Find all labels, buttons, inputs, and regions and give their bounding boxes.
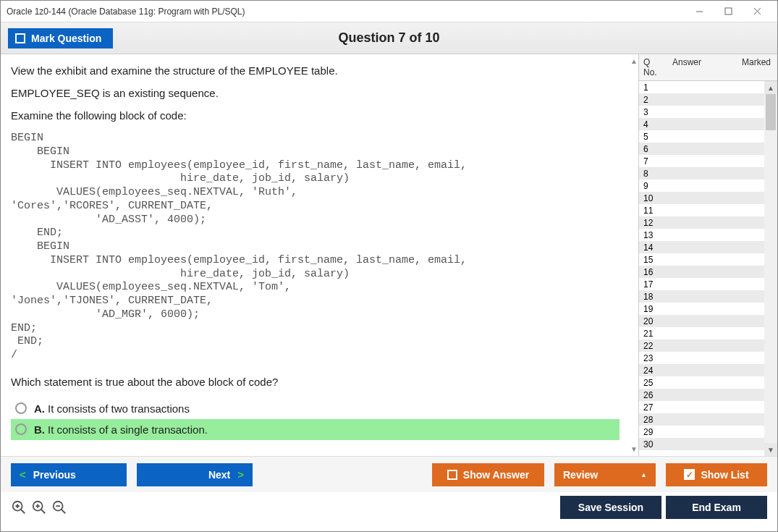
svg-line-14 (62, 510, 66, 514)
question-list-row[interactable]: 6 (639, 143, 764, 155)
question-list-row[interactable]: 7 (639, 155, 764, 167)
show-list-label: Show List (701, 469, 748, 481)
question-list-row[interactable]: 11 (639, 204, 764, 216)
row-qno: 17 (639, 279, 668, 290)
checkbox-icon (447, 470, 457, 480)
previous-button[interactable]: < Previous (11, 463, 127, 486)
row-qno: 15 (639, 255, 668, 265)
question-list-row[interactable]: 2 (639, 93, 764, 106)
row-qno: 18 (639, 292, 668, 302)
question-list-row[interactable]: 5 (639, 130, 764, 143)
save-session-button[interactable]: Save Session (560, 496, 661, 519)
end-exam-button[interactable]: End Exam (666, 496, 767, 519)
question-list-row[interactable]: 9 (639, 180, 764, 192)
review-button[interactable]: Review ▲ (554, 463, 656, 486)
radio-icon (15, 423, 27, 435)
row-qno: 2 (639, 95, 668, 105)
show-answer-label: Show Answer (463, 469, 529, 481)
scroll-up-icon[interactable]: ▲ (764, 81, 777, 94)
question-list-row[interactable]: 20 (639, 315, 764, 327)
question-list-row[interactable]: 28 (639, 413, 764, 426)
row-qno: 29 (639, 427, 668, 437)
question-list-row[interactable]: 24 (639, 364, 764, 376)
question-list-row[interactable]: 23 (639, 352, 764, 364)
question-list-row[interactable]: 17 (639, 278, 764, 290)
question-list-row[interactable]: 8 (639, 167, 764, 180)
mark-label: Mark Question (31, 33, 101, 44)
row-qno: 11 (639, 206, 668, 216)
content-scroll-indicator[interactable]: ▲ ▼ (630, 54, 638, 456)
question-list: 1234567891011121314151617181920212223242… (639, 81, 764, 456)
next-button[interactable]: Next > (137, 463, 253, 486)
row-qno: 23 (639, 353, 668, 363)
zoom-in-button[interactable] (31, 499, 47, 515)
chevron-right-icon: > (237, 468, 244, 481)
question-list-row[interactable]: 18 (639, 290, 764, 303)
question-list-row[interactable]: 10 (639, 192, 764, 204)
question-para: EMPLOYEE_SEQ is an existing sequence. (11, 87, 620, 99)
question-list-row[interactable]: 1 (639, 81, 764, 93)
question-list-row[interactable]: 16 (639, 266, 764, 278)
zoom-bar: Save Session End Exam (1, 492, 777, 523)
row-qno: 3 (639, 107, 668, 117)
svg-line-10 (41, 510, 46, 514)
answer-option[interactable]: B. It consists of a single transaction. (11, 419, 620, 440)
minimize-button[interactable] (685, 1, 714, 22)
question-para: View the exhibit and examine the structu… (11, 64, 620, 77)
header-marked: Marked (737, 54, 777, 80)
show-answer-button[interactable]: Show Answer (432, 463, 544, 486)
scroll-thumb[interactable] (766, 94, 776, 130)
window-title: Oracle 1z0-144 (Oracle Database 11g: Pro… (7, 7, 245, 17)
question-list-scrollbar[interactable]: ▲ ▼ (764, 81, 777, 456)
header-qno: Q No. (639, 54, 668, 80)
question-list-row[interactable]: 27 (639, 401, 764, 413)
row-qno: 5 (639, 132, 668, 142)
question-list-row[interactable]: 4 (639, 118, 764, 130)
dropdown-icon: ▲ (640, 471, 647, 478)
question-list-row[interactable]: 22 (639, 339, 764, 352)
row-qno: 26 (639, 390, 668, 400)
option-text: It consists of two transactions (48, 402, 190, 415)
question-list-row[interactable]: 13 (639, 229, 764, 241)
question-list-row[interactable]: 14 (639, 241, 764, 253)
answer-option[interactable]: A. It consists of two transactions (11, 398, 620, 419)
bottom-bar: < Previous Next > Show Answer Review ▲ ✓… (1, 456, 777, 492)
row-qno: 1 (639, 83, 668, 93)
question-list-row[interactable]: 21 (639, 327, 764, 339)
zoom-out-button[interactable] (51, 499, 67, 515)
scroll-track[interactable] (764, 94, 777, 443)
question-body: View the exhibit and examine the structu… (1, 54, 630, 456)
question-list-row[interactable]: 15 (639, 253, 764, 266)
question-list-row[interactable]: 12 (639, 216, 764, 229)
end-exam-label: End Exam (692, 502, 741, 513)
check-icon: ✓ (684, 469, 695, 480)
titlebar: Oracle 1z0-144 (Oracle Database 11g: Pro… (1, 1, 777, 22)
question-list-row[interactable]: 3 (639, 106, 764, 118)
question-list-row[interactable]: 26 (639, 389, 764, 401)
question-list-row[interactable]: 29 (639, 426, 764, 438)
question-prompt: Which statement is true about the above … (11, 376, 620, 388)
zoom-reset-button[interactable] (11, 499, 27, 515)
scroll-down-icon[interactable]: ▼ (764, 443, 777, 456)
question-list-panel: Q No. Answer Marked 12345678910111213141… (638, 54, 777, 456)
row-qno: 13 (639, 230, 668, 240)
main-area: View the exhibit and examine the structu… (1, 54, 777, 456)
question-list-row[interactable]: 19 (639, 303, 764, 315)
maximize-button[interactable] (714, 1, 743, 22)
review-label: Review (563, 469, 598, 481)
mark-question-button[interactable]: Mark Question (8, 28, 113, 48)
close-button[interactable] (743, 1, 771, 22)
radio-icon (15, 402, 27, 414)
row-qno: 25 (639, 378, 668, 388)
show-list-button[interactable]: ✓ Show List (666, 463, 767, 486)
question-list-row[interactable]: 25 (639, 376, 764, 389)
row-qno: 14 (639, 242, 668, 253)
scroll-down-icon: ▼ (630, 445, 638, 453)
row-qno: 6 (639, 144, 668, 154)
row-qno: 12 (639, 218, 668, 228)
question-list-header: Q No. Answer Marked (639, 54, 777, 81)
save-session-label: Save Session (578, 502, 643, 513)
question-list-row[interactable]: 30 (639, 438, 764, 450)
row-qno: 28 (639, 415, 668, 425)
svg-line-5 (21, 510, 25, 514)
